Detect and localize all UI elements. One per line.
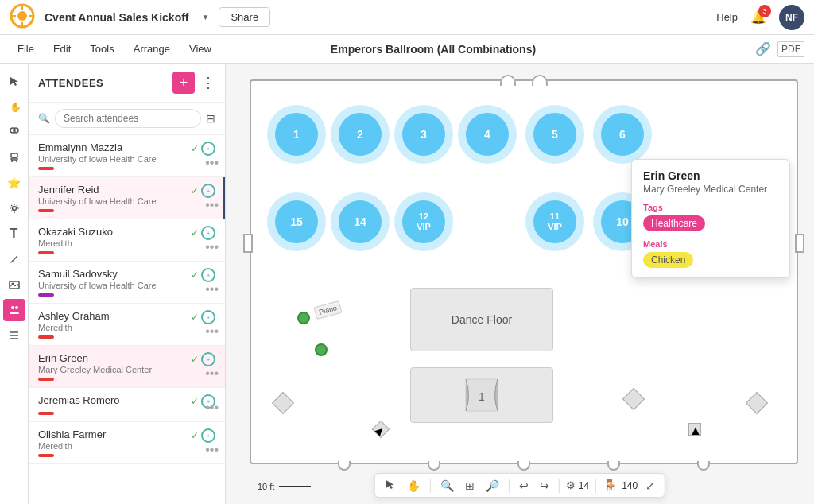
attendee-dot bbox=[38, 293, 54, 297]
settings-gear-icon: ⚙ bbox=[566, 479, 576, 491]
more-dots[interactable]: ••• bbox=[205, 401, 219, 415]
people-tool[interactable] bbox=[3, 299, 25, 321]
settings-count: 14 bbox=[579, 480, 589, 491]
more-dots[interactable]: ••• bbox=[205, 282, 219, 297]
table-1[interactable]: 1 bbox=[275, 113, 318, 156]
settings-tool[interactable] bbox=[3, 197, 25, 219]
table-3[interactable]: 3 bbox=[402, 113, 445, 156]
check-icon: ✓ bbox=[191, 396, 199, 407]
circle-icon: + bbox=[201, 310, 215, 324]
more-dots[interactable]: ••• bbox=[205, 240, 219, 254]
pdf-icon[interactable]: PDF bbox=[777, 41, 804, 57]
svg-marker-25 bbox=[386, 480, 394, 489]
search-input[interactable] bbox=[55, 109, 201, 128]
table-4[interactable]: 4 bbox=[466, 113, 509, 156]
pan-toolbar-button[interactable]: ✋ bbox=[404, 478, 424, 494]
dropdown-arrow-icon[interactable]: ▼ bbox=[202, 13, 210, 21]
svg-point-18 bbox=[11, 306, 14, 309]
help-label[interactable]: Help bbox=[716, 11, 738, 23]
attendee-item[interactable]: Ashley Graham Meredith ✓ + ••• bbox=[29, 304, 225, 346]
pen-tool[interactable] bbox=[3, 248, 25, 270]
toolbar-divider3 bbox=[559, 479, 560, 493]
menu-arrange[interactable]: Arrange bbox=[126, 40, 178, 58]
map-area[interactable]: 1 2 3 4 5 6 15 14 12VIP 11VIP 10 9 bbox=[226, 64, 814, 504]
attendee-org: University of Iowa Health Care bbox=[38, 281, 157, 290]
attendee-org: University of Iowa Health Care bbox=[38, 154, 157, 164]
circle-icon: + bbox=[201, 142, 215, 156]
dance-floor: Dance Floor bbox=[410, 288, 553, 351]
attendee-item[interactable]: Okazaki Suzuko Meredith ✓ + ••• bbox=[29, 219, 225, 262]
avatar[interactable]: NF bbox=[779, 5, 804, 30]
menu-edit[interactable]: Edit bbox=[45, 40, 79, 58]
attendee-item[interactable]: Jennifer Reid University of Iowa Health … bbox=[29, 177, 225, 219]
expand-button[interactable]: ⤢ bbox=[642, 478, 658, 494]
toolbar-divider bbox=[430, 479, 431, 493]
image-tool[interactable] bbox=[3, 273, 25, 296]
more-dots[interactable]: ••• bbox=[205, 156, 219, 170]
svg-point-9 bbox=[14, 128, 18, 133]
filter-icon[interactable]: ⊟ bbox=[206, 112, 215, 125]
right-door bbox=[795, 234, 804, 253]
table-6[interactable]: 6 bbox=[601, 113, 644, 156]
more-dots[interactable]: ••• bbox=[205, 443, 219, 457]
table-2[interactable]: 2 bbox=[339, 113, 382, 156]
attendee-item[interactable]: Emmalynn Mazzia University of Iowa Healt… bbox=[29, 135, 225, 177]
attendee-org: University of Iowa Health Care bbox=[38, 196, 157, 206]
menu-view[interactable]: View bbox=[181, 40, 219, 58]
more-dots[interactable]: ••• bbox=[205, 324, 219, 339]
table-15[interactable]: 15 bbox=[275, 200, 318, 243]
attendee-dot bbox=[38, 167, 54, 170]
attendee-name: Olishia Farmer bbox=[38, 428, 106, 440]
circle-icon: + bbox=[201, 268, 215, 282]
diamond-3 bbox=[622, 388, 645, 410]
attendee-org: Meredith bbox=[38, 323, 110, 332]
logo bbox=[10, 3, 35, 32]
check-icon: ✓ bbox=[191, 143, 199, 154]
svg-line-15 bbox=[11, 256, 17, 262]
share-button[interactable]: Share bbox=[219, 7, 270, 27]
list-tool[interactable] bbox=[3, 324, 25, 347]
attendee-item[interactable]: Samuil Sadovsky University of Iowa Healt… bbox=[29, 262, 225, 304]
piano-label: Piano bbox=[313, 300, 342, 320]
chair-tool[interactable] bbox=[3, 146, 25, 169]
table-14[interactable]: 14 bbox=[339, 200, 382, 243]
text-tool[interactable]: T bbox=[3, 223, 25, 245]
zoom-out-button[interactable]: 🔎 bbox=[483, 478, 502, 494]
attendee-item[interactable]: Olishia Farmer Meredith ✓ + ••• bbox=[29, 422, 225, 464]
attendee-name: Erin Green bbox=[38, 352, 152, 364]
more-dots[interactable]: ••• bbox=[205, 198, 219, 212]
undo-button[interactable]: ↩ bbox=[516, 478, 532, 494]
attendee-item[interactable]: Jeremias Romero ✓ + ••• bbox=[29, 388, 225, 422]
attendee-more-button[interactable]: ⋮ bbox=[201, 74, 215, 91]
table-12-vip[interactable]: 12VIP bbox=[402, 200, 445, 243]
add-attendee-button[interactable]: + bbox=[172, 72, 195, 94]
attendee-name: Ashley Graham bbox=[38, 310, 110, 322]
menu-tools[interactable]: Tools bbox=[82, 40, 122, 58]
tag-chicken: Chicken bbox=[643, 252, 693, 268]
cursor-tool[interactable] bbox=[3, 70, 25, 92]
table-5[interactable]: 5 bbox=[533, 113, 576, 156]
more-dots[interactable]: ••• bbox=[205, 366, 219, 381]
search-icon: 🔍 bbox=[38, 113, 50, 124]
menu-file[interactable]: File bbox=[10, 40, 42, 58]
attendee-item-erin[interactable]: Erin Green Mary Greeley Medical Center ✓… bbox=[29, 346, 225, 388]
search-bar: 🔍 ⊟ bbox=[29, 103, 225, 135]
tool-sidebar: ✋ ⭐ T bbox=[0, 64, 29, 504]
zoom-fit-button[interactable]: ⊞ bbox=[462, 478, 478, 494]
top-bar: Cvent Annual Sales Kickoff ▼ Share Help … bbox=[0, 0, 814, 35]
scale-bar: 10 ft bbox=[258, 482, 311, 491]
triangle-1: ▲ bbox=[372, 421, 390, 439]
table-11-vip[interactable]: 11VIP bbox=[533, 200, 576, 243]
attendee-dot bbox=[38, 251, 54, 254]
cursor-toolbar-button[interactable] bbox=[382, 477, 399, 494]
attendee-org: Mary Greeley Medical Center bbox=[38, 365, 152, 374]
star-tool[interactable]: ⭐ bbox=[3, 172, 25, 194]
group-tool[interactable] bbox=[3, 121, 25, 143]
scale-line bbox=[279, 486, 311, 487]
zoom-in-button[interactable]: 🔍 bbox=[437, 478, 457, 494]
popup-org: Mary Greeley Medical Center bbox=[643, 184, 778, 195]
redo-button[interactable]: ↪ bbox=[537, 478, 552, 494]
pan-tool[interactable]: ✋ bbox=[3, 95, 25, 118]
notifications-button[interactable]: 🔔 3 bbox=[750, 10, 766, 25]
link-icon[interactable]: 🔗 bbox=[755, 41, 771, 57]
